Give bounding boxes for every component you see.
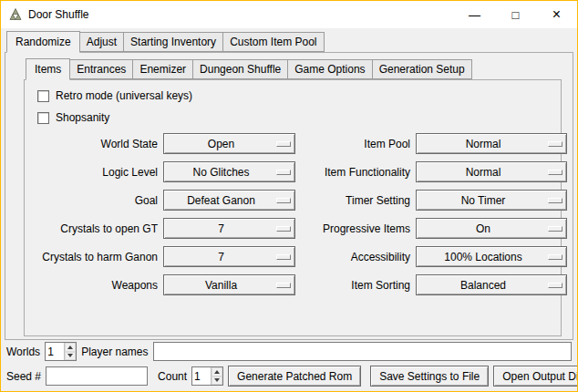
dropdown-value: 7 xyxy=(168,251,274,263)
caption-buttons: — □ × xyxy=(454,1,577,28)
item-pool-dropdown[interactable]: Normal xyxy=(416,133,567,154)
minimize-button[interactable]: — xyxy=(454,1,495,28)
dropdown-indicator-icon xyxy=(548,254,563,260)
spin-buttons xyxy=(64,343,76,360)
items-pane: Retro mode (universal keys) Shopsanity W… xyxy=(24,79,562,336)
dropdown-indicator-icon xyxy=(548,141,563,147)
generate-patched-rom-button[interactable]: Generate Patched Rom xyxy=(228,366,361,387)
dropdown-indicator-icon xyxy=(276,283,291,288)
dropdown-indicator-icon xyxy=(548,170,563,175)
timer-setting-dropdown[interactable]: No Timer xyxy=(416,190,567,211)
seed-input[interactable] xyxy=(46,366,148,386)
close-icon: × xyxy=(552,7,561,22)
app-icon xyxy=(8,7,23,22)
arrow-down-icon xyxy=(67,354,73,357)
item-sorting-label: Item Sorting xyxy=(301,279,410,292)
dropdown-indicator-icon xyxy=(548,283,563,288)
tab-starting-inventory[interactable]: Starting Inventory xyxy=(123,32,223,52)
bottom-bar: Worlds Player names Seed # Count xyxy=(5,340,573,387)
open-output-directory-button[interactable]: Open Output Directory xyxy=(493,366,578,387)
goal-label: Goal xyxy=(30,194,158,207)
dropdown-value: Normal xyxy=(420,166,546,179)
dropdown-value: No Glitches xyxy=(168,166,274,179)
tab-entrances[interactable]: Entrances xyxy=(69,59,133,79)
inner-tab-bar: Items Entrances Enemizer Dungeon Shuffle… xyxy=(24,58,562,79)
count-spinbox[interactable] xyxy=(191,366,223,386)
item-functionality-label: Item Functionality xyxy=(301,166,410,179)
dropdown-indicator-icon xyxy=(276,198,291,203)
item-pool-label: Item Pool xyxy=(301,138,410,150)
dropdown-indicator-icon xyxy=(548,226,563,232)
dropdown-indicator-icon xyxy=(276,170,291,175)
seed-row: Seed # Count Generate Patched Rom Save S… xyxy=(6,366,572,387)
accessibility-label: Accessibility xyxy=(301,251,410,263)
count-spin-up-button[interactable] xyxy=(212,367,222,377)
accessibility-dropdown[interactable]: 100% Locations xyxy=(416,246,567,267)
checkbox-label: Shopsanity xyxy=(56,111,109,124)
dropdown-value: Normal xyxy=(420,138,546,150)
crystals-open-gt-dropdown[interactable]: 7 xyxy=(163,218,295,239)
tab-adjust[interactable]: Adjust xyxy=(79,32,124,52)
logic-level-dropdown[interactable]: No Glitches xyxy=(163,161,295,182)
options-grid: World State Open Item Pool Normal Logic … xyxy=(30,133,555,295)
player-names-input[interactable] xyxy=(153,342,573,361)
count-spin-down-button[interactable] xyxy=(212,377,222,386)
tab-dungeon-shuffle[interactable]: Dungeon Shuffle xyxy=(192,59,288,79)
weapons-dropdown[interactable]: Vanilla xyxy=(163,274,295,295)
crystals-open-gt-label: Crystals to open GT xyxy=(30,222,158,235)
worlds-spin-up-button[interactable] xyxy=(65,343,76,352)
count-label: Count xyxy=(158,370,187,383)
progressive-items-dropdown[interactable]: On xyxy=(416,218,567,239)
dropdown-value: No Timer xyxy=(420,194,546,207)
maximize-icon: □ xyxy=(512,9,520,21)
arrow-up-icon xyxy=(214,370,220,374)
shopsanity-checkbox[interactable]: Shopsanity xyxy=(37,111,555,124)
save-settings-button[interactable]: Save Settings to File xyxy=(370,366,489,387)
checkbox-box[interactable] xyxy=(37,90,49,102)
dropdown-indicator-icon xyxy=(276,141,291,147)
worlds-input[interactable] xyxy=(46,343,64,360)
checkbox-label: Retro mode (universal keys) xyxy=(56,89,192,102)
worlds-spinbox[interactable] xyxy=(45,342,77,361)
dropdown-indicator-icon xyxy=(276,226,291,232)
close-button[interactable]: × xyxy=(536,1,577,28)
progressive-items-label: Progressive Items xyxy=(301,222,410,235)
weapons-label: Weapons xyxy=(30,279,158,292)
worlds-row: Worlds Player names xyxy=(6,342,572,361)
dropdown-value: Open xyxy=(168,138,274,150)
player-names-label: Player names xyxy=(81,346,148,358)
worlds-spin-down-button[interactable] xyxy=(65,352,76,361)
titlebar[interactable]: Door Shuffle — □ × xyxy=(1,1,577,28)
dropdown-value: 7 xyxy=(168,222,274,235)
goal-dropdown[interactable]: Defeat Ganon xyxy=(163,190,295,211)
worlds-label: Worlds xyxy=(6,346,40,358)
tab-enemizer[interactable]: Enemizer xyxy=(132,59,193,79)
timer-setting-label: Timer Setting xyxy=(301,194,410,207)
dropdown-indicator-icon xyxy=(276,254,291,260)
tab-game-options[interactable]: Game Options xyxy=(287,59,372,79)
retro-mode-checkbox[interactable]: Retro mode (universal keys) xyxy=(37,89,555,102)
dropdown-indicator-icon xyxy=(548,198,563,203)
arrow-up-icon xyxy=(67,346,73,349)
dropdown-value: Defeat Ganon xyxy=(168,194,274,207)
tab-items[interactable]: Items xyxy=(26,58,70,80)
dropdown-value: On xyxy=(420,222,546,235)
arrow-down-icon xyxy=(214,378,220,382)
window-title: Door Shuffle xyxy=(28,8,89,21)
checkbox-box[interactable] xyxy=(37,112,49,124)
tab-custom-item-pool[interactable]: Custom Item Pool xyxy=(222,32,324,52)
world-state-dropdown[interactable]: Open xyxy=(163,133,295,154)
tab-randomize[interactable]: Randomize xyxy=(6,31,80,53)
item-sorting-dropdown[interactable]: Balanced xyxy=(416,274,567,295)
spin-buttons xyxy=(211,367,222,385)
tab-generation-setup[interactable]: Generation Setup xyxy=(372,59,472,79)
dropdown-value: Balanced xyxy=(420,279,546,292)
crystals-harm-ganon-label: Crystals to harm Ganon xyxy=(30,251,158,263)
crystals-harm-ganon-dropdown[interactable]: 7 xyxy=(163,246,295,267)
seed-label: Seed # xyxy=(6,370,41,383)
count-input[interactable] xyxy=(192,367,211,385)
maximize-button[interactable]: □ xyxy=(495,1,536,28)
item-functionality-dropdown[interactable]: Normal xyxy=(416,161,567,182)
dropdown-value: Vanilla xyxy=(168,279,274,292)
logic-level-label: Logic Level xyxy=(30,166,158,179)
